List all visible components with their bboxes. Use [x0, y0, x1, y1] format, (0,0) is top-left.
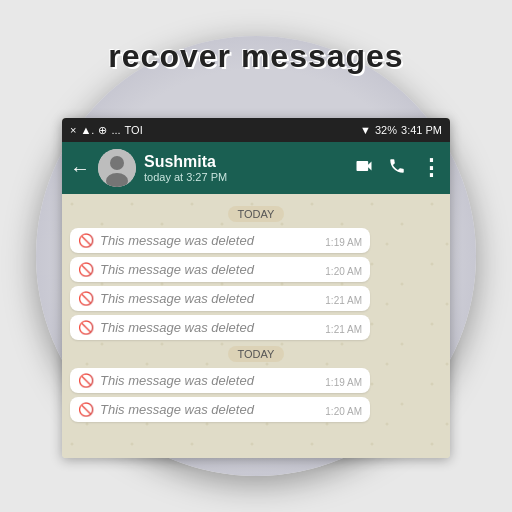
- deleted-message-5: 🚫 This message was deleted 1:19 AM: [70, 368, 370, 393]
- date-badge-2: TODAY: [70, 344, 442, 362]
- deleted-message-3: 🚫 This message was deleted 1:21 AM: [70, 286, 370, 311]
- message-time: 1:21 AM: [325, 295, 362, 306]
- menu-button[interactable]: ⋮: [420, 155, 442, 181]
- message-time: 1:20 AM: [325, 266, 362, 277]
- deleted-message-4: 🚫 This message was deleted 1:21 AM: [70, 315, 370, 340]
- date-section-2: TODAY 🚫 This message was deleted 1:19 AM…: [70, 344, 442, 422]
- notification-icon: ⊕: [98, 124, 107, 137]
- phone-call-button[interactable]: [388, 157, 406, 180]
- deleted-icon: 🚫: [78, 291, 94, 306]
- time-label: 3:41 PM: [401, 124, 442, 136]
- deleted-icon: 🚫: [78, 373, 94, 388]
- date-section-1: TODAY 🚫 This message was deleted 1:19 AM…: [70, 204, 442, 340]
- deleted-message-2: 🚫 This message was deleted 1:20 AM: [70, 257, 370, 282]
- deleted-text: This message was deleted: [100, 320, 315, 335]
- deleted-text: This message was deleted: [100, 402, 315, 417]
- contact-status: today at 3:27 PM: [144, 171, 346, 183]
- deleted-icon: 🚫: [78, 402, 94, 417]
- phone-screen: × ▲. ⊕ ... TOI ▼ 32% 3:41 PM ← Sushmita …: [62, 118, 450, 458]
- close-icon: ×: [70, 124, 76, 136]
- deleted-text: This message was deleted: [100, 291, 315, 306]
- date-badge-1: TODAY: [70, 204, 442, 222]
- message-time: 1:20 AM: [325, 406, 362, 417]
- deleted-icon: 🚫: [78, 320, 94, 335]
- deleted-text: This message was deleted: [100, 373, 315, 388]
- deleted-icon: 🚫: [78, 233, 94, 248]
- wifi-icon: ▼: [360, 124, 371, 136]
- deleted-message-6: 🚫 This message was deleted 1:20 AM: [70, 397, 370, 422]
- contact-info[interactable]: Sushmita today at 3:27 PM: [144, 153, 346, 183]
- status-bar-left: × ▲. ⊕ ... TOI: [70, 124, 143, 137]
- wa-header: ← Sushmita today at 3:27 PM ⋮: [62, 142, 450, 194]
- back-button[interactable]: ←: [70, 157, 90, 180]
- signal-icon: ▲.: [80, 124, 94, 136]
- svg-point-1: [110, 156, 124, 170]
- message-time: 1:21 AM: [325, 324, 362, 335]
- deleted-icon: 🚫: [78, 262, 94, 277]
- toi-label: TOI: [125, 124, 143, 136]
- message-time: 1:19 AM: [325, 237, 362, 248]
- deleted-message-1: 🚫 This message was deleted 1:19 AM: [70, 228, 370, 253]
- header-icons: ⋮: [354, 155, 442, 181]
- more-icon: ...: [111, 124, 120, 136]
- status-bar: × ▲. ⊕ ... TOI ▼ 32% 3:41 PM: [62, 118, 450, 142]
- message-time: 1:19 AM: [325, 377, 362, 388]
- status-bar-right: ▼ 32% 3:41 PM: [360, 124, 442, 136]
- contact-name: Sushmita: [144, 153, 346, 171]
- deleted-text: This message was deleted: [100, 262, 315, 277]
- deleted-text: This message was deleted: [100, 233, 315, 248]
- chat-area: TODAY 🚫 This message was deleted 1:19 AM…: [62, 194, 450, 458]
- video-call-button[interactable]: [354, 156, 374, 181]
- avatar: [98, 149, 136, 187]
- page-title: recover messages: [0, 38, 512, 75]
- battery-label: 32%: [375, 124, 397, 136]
